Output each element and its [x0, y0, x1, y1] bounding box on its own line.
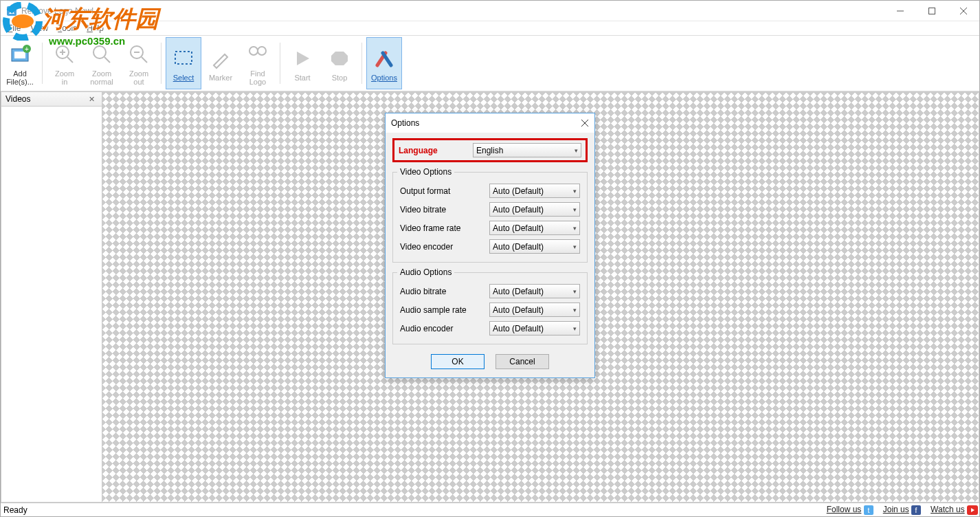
status-ready: Ready [3, 505, 27, 515]
menu-bar: File View Tools Help [1, 21, 979, 35]
maximize-button[interactable] [916, 1, 948, 21]
svg-line-16 [104, 57, 110, 63]
video-options-legend: Video Options [397, 167, 454, 177]
stop-icon [326, 45, 353, 72]
marker-button[interactable]: Marker [203, 37, 238, 89]
language-label: Language [399, 146, 467, 155]
video-framerate-label: Video frame rate [400, 223, 489, 233]
marker-label: Marker [209, 74, 232, 82]
svg-point-22 [258, 47, 266, 55]
videos-panel-close-icon[interactable]: ✕ [86, 95, 98, 104]
videos-panel: Videos ✕ [1, 91, 102, 503]
dialog-titlebar: Options [386, 113, 594, 133]
videos-panel-header: Videos ✕ [1, 92, 102, 107]
app-icon [6, 6, 17, 16]
video-encoder-label: Video encoder [400, 242, 489, 252]
options-icon [370, 45, 398, 72]
youtube-icon [967, 505, 977, 515]
svg-rect-8 [14, 52, 25, 58]
zoom-out-button[interactable]: Zoomout [121, 37, 157, 89]
output-format-select[interactable]: Auto (Default)▾ [489, 184, 580, 198]
output-format-label: Output format [400, 186, 489, 196]
start-label: Start [294, 74, 310, 82]
video-options-group: Video Options Output format Auto (Defaul… [392, 172, 588, 263]
audio-samplerate-select[interactable]: Auto (Default)▾ [489, 302, 580, 317]
audio-samplerate-label: Audio sample rate [400, 305, 489, 315]
separator [161, 43, 162, 84]
cancel-button[interactable]: Cancel [495, 354, 549, 369]
audio-encoder-label: Audio encoder [400, 324, 489, 333]
ok-button[interactable]: OK [431, 354, 485, 369]
chevron-down-icon: ▾ [573, 307, 577, 314]
audio-encoder-select[interactable]: Auto (Default)▾ [489, 321, 580, 336]
zoom-out-label: Zoomout [129, 69, 148, 86]
select-button[interactable]: Select [166, 37, 201, 89]
video-encoder-select[interactable]: Auto (Default)▾ [489, 239, 580, 254]
dialog-title: Options [391, 118, 419, 128]
options-dialog: Options Language English▾ Video Options … [385, 113, 595, 378]
separator [361, 43, 362, 84]
stop-label: Stop [332, 74, 348, 82]
add-files-icon: + [6, 41, 34, 68]
menu-help[interactable]: Help [82, 22, 108, 34]
find-logo-button[interactable]: FindLogo [240, 37, 276, 89]
options-button[interactable]: Options [366, 37, 402, 89]
menu-view[interactable]: View [26, 22, 52, 34]
chevron-down-icon: ▾ [573, 288, 577, 295]
video-bitrate-label: Video bitrate [400, 205, 489, 214]
status-bar: Ready Follow us t Join us f Watch us [1, 503, 979, 516]
facebook-icon: f [911, 505, 921, 515]
separator [42, 43, 43, 84]
add-files-button[interactable]: + AddFile(s)... [2, 37, 38, 89]
select-label: Select [173, 74, 194, 82]
zoom-in-label: Zoomin [55, 69, 74, 86]
language-value: English [476, 146, 503, 155]
chevron-down-icon: ▾ [575, 147, 578, 154]
svg-rect-4 [929, 8, 935, 14]
stop-button[interactable]: Stop [322, 37, 357, 89]
svg-line-18 [142, 57, 147, 63]
svg-text:f: f [915, 507, 917, 514]
zoom-in-button[interactable]: Zoomin [47, 37, 82, 89]
zoom-normal-button[interactable]: Zoomnormal [84, 37, 120, 89]
watch-us-link[interactable]: Watch us [931, 505, 965, 514]
start-button[interactable]: Start [285, 37, 320, 89]
join-us-link[interactable]: Join us [883, 505, 909, 514]
dialog-close-button[interactable] [575, 113, 594, 133]
marker-icon [207, 45, 234, 72]
audio-bitrate-select[interactable]: Auto (Default)▾ [489, 284, 580, 298]
svg-point-21 [249, 47, 258, 55]
video-bitrate-select[interactable]: Auto (Default)▾ [489, 202, 580, 217]
svg-line-24 [383, 53, 391, 65]
options-label: Options [371, 74, 397, 82]
videos-panel-title: Videos [5, 94, 30, 104]
zoom-normal-icon [88, 41, 115, 68]
zoom-in-icon [51, 41, 78, 68]
menu-tools[interactable]: Tools [54, 22, 81, 34]
language-select[interactable]: English▾ [473, 143, 581, 157]
play-icon [289, 45, 316, 72]
video-framerate-select[interactable]: Auto (Default)▾ [489, 221, 580, 235]
audio-options-legend: Audio Options [397, 267, 454, 277]
language-row: Language English▾ [392, 138, 588, 162]
svg-text:+: + [25, 45, 29, 53]
chevron-down-icon: ▾ [573, 206, 577, 213]
audio-options-group: Audio Options Audio bitrate Auto (Defaul… [392, 272, 588, 344]
toolbar: + AddFile(s)... Zoomin Zoomnormal Zoomou… [1, 35, 979, 91]
add-files-label: AddFile(s)... [6, 69, 34, 86]
chevron-down-icon: ▾ [573, 243, 577, 250]
chevron-down-icon: ▾ [573, 325, 577, 332]
find-logo-label: FindLogo [249, 69, 266, 86]
menu-file[interactable]: File [3, 22, 25, 34]
status-links: Follow us t Join us f Watch us [827, 505, 977, 515]
close-button[interactable] [948, 1, 979, 21]
svg-rect-20 [175, 52, 192, 64]
title-bar: Remove Logo Now! [1, 1, 979, 21]
follow-us-link[interactable]: Follow us [827, 505, 862, 514]
zoom-normal-label: Zoomnormal [90, 69, 113, 86]
minimize-button[interactable] [884, 1, 916, 21]
window-title: Remove Logo Now! [21, 6, 93, 16]
find-logo-icon [244, 41, 271, 68]
separator [280, 43, 280, 84]
select-icon [170, 45, 197, 72]
